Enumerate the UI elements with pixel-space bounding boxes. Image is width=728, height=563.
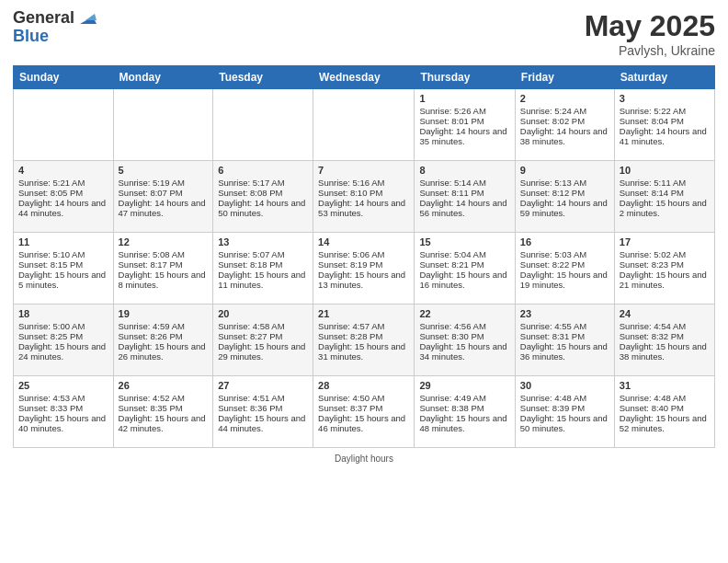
sunset-text: Sunset: 8:07 PM bbox=[119, 188, 183, 198]
sunset-text: Sunset: 8:23 PM bbox=[620, 259, 684, 270]
daylight-text: Daylight: 15 hours and 5 minutes. bbox=[18, 270, 106, 290]
sunset-text: Sunset: 8:12 PM bbox=[520, 188, 585, 198]
calendar-cell: 18Sunrise: 5:00 AMSunset: 8:25 PMDayligh… bbox=[14, 304, 114, 376]
sunrise-text: Sunrise: 5:22 AM bbox=[620, 106, 686, 116]
day-number: 21 bbox=[318, 308, 409, 319]
daylight-text: Daylight: 14 hours and 41 minutes. bbox=[620, 126, 707, 146]
day-number: 11 bbox=[18, 236, 108, 247]
calendar-cell: 22Sunrise: 4:56 AMSunset: 8:30 PMDayligh… bbox=[415, 304, 515, 376]
day-number: 31 bbox=[620, 380, 710, 391]
weekday-header-saturday: Saturday bbox=[614, 66, 714, 89]
footer: Daylight hours bbox=[13, 454, 715, 464]
sunset-text: Sunset: 8:04 PM bbox=[620, 116, 684, 126]
calendar-cell: 30Sunrise: 4:48 AMSunset: 8:39 PMDayligh… bbox=[515, 376, 614, 448]
day-number: 6 bbox=[218, 165, 308, 176]
daylight-text: Daylight: 15 hours and 50 minutes. bbox=[520, 413, 608, 433]
sunset-text: Sunset: 8:32 PM bbox=[620, 331, 684, 341]
sunset-text: Sunset: 8:27 PM bbox=[218, 331, 282, 341]
daylight-text: Daylight: 14 hours and 59 minutes. bbox=[520, 198, 608, 218]
day-number: 8 bbox=[419, 165, 509, 176]
sunset-text: Sunset: 8:25 PM bbox=[18, 331, 83, 341]
calendar-cell bbox=[313, 89, 415, 161]
calendar: SundayMondayTuesdayWednesdayThursdayFrid… bbox=[13, 65, 715, 448]
sunrise-text: Sunrise: 4:55 AM bbox=[520, 321, 586, 331]
day-number: 24 bbox=[620, 308, 710, 319]
sunset-text: Sunset: 8:11 PM bbox=[419, 188, 483, 198]
calendar-week-1: 1Sunrise: 5:26 AMSunset: 8:01 PMDaylight… bbox=[14, 89, 715, 161]
daylight-text: Daylight: 14 hours and 38 minutes. bbox=[520, 126, 608, 146]
daylight-text: Daylight: 15 hours and 21 minutes. bbox=[620, 270, 707, 290]
day-number: 16 bbox=[520, 236, 609, 247]
calendar-cell: 3Sunrise: 5:22 AMSunset: 8:04 PMDaylight… bbox=[614, 89, 714, 161]
daylight-text: Daylight: 15 hours and 34 minutes. bbox=[419, 341, 506, 362]
sunrise-text: Sunrise: 5:00 AM bbox=[18, 321, 85, 331]
weekday-header-row: SundayMondayTuesdayWednesdayThursdayFrid… bbox=[14, 66, 715, 89]
day-number: 25 bbox=[18, 380, 108, 391]
sunrise-text: Sunrise: 5:07 AM bbox=[218, 249, 284, 259]
calendar-cell: 29Sunrise: 4:49 AMSunset: 8:38 PMDayligh… bbox=[415, 376, 515, 448]
daylight-text: Daylight: 14 hours and 35 minutes. bbox=[419, 126, 506, 146]
calendar-cell: 25Sunrise: 4:53 AMSunset: 8:33 PMDayligh… bbox=[14, 376, 114, 448]
sunrise-text: Sunrise: 5:17 AM bbox=[218, 178, 284, 188]
calendar-cell: 6Sunrise: 5:17 AMSunset: 8:08 PMDaylight… bbox=[213, 161, 313, 233]
calendar-cell: 15Sunrise: 5:04 AMSunset: 8:21 PMDayligh… bbox=[415, 233, 515, 304]
calendar-cell: 1Sunrise: 5:26 AMSunset: 8:01 PMDaylight… bbox=[415, 89, 515, 161]
sunrise-text: Sunrise: 5:06 AM bbox=[318, 249, 384, 259]
calendar-cell: 28Sunrise: 4:50 AMSunset: 8:37 PMDayligh… bbox=[313, 376, 415, 448]
daylight-text: Daylight: 14 hours and 56 minutes. bbox=[419, 198, 506, 218]
sunrise-text: Sunrise: 4:57 AM bbox=[318, 321, 384, 331]
sunset-text: Sunset: 8:37 PM bbox=[318, 403, 382, 413]
weekday-header-thursday: Thursday bbox=[415, 66, 515, 89]
calendar-cell: 26Sunrise: 4:52 AMSunset: 8:35 PMDayligh… bbox=[113, 376, 213, 448]
header: General Blue May 2025 Pavlysh, Ukraine bbox=[13, 9, 715, 58]
sunrise-text: Sunrise: 5:03 AM bbox=[520, 249, 586, 259]
calendar-cell: 14Sunrise: 5:06 AMSunset: 8:19 PMDayligh… bbox=[313, 233, 415, 304]
daylight-text: Daylight: 15 hours and 2 minutes. bbox=[620, 198, 707, 218]
calendar-cell: 19Sunrise: 4:59 AMSunset: 8:26 PMDayligh… bbox=[113, 304, 213, 376]
calendar-cell: 11Sunrise: 5:10 AMSunset: 8:15 PMDayligh… bbox=[14, 233, 114, 304]
sunset-text: Sunset: 8:19 PM bbox=[318, 259, 382, 270]
sunrise-text: Sunrise: 4:48 AM bbox=[620, 393, 686, 403]
weekday-header-monday: Monday bbox=[113, 66, 213, 89]
sunset-text: Sunset: 8:17 PM bbox=[119, 259, 183, 270]
day-number: 19 bbox=[119, 308, 209, 319]
weekday-header-friday: Friday bbox=[515, 66, 614, 89]
day-number: 4 bbox=[18, 165, 108, 176]
sunrise-text: Sunrise: 4:58 AM bbox=[218, 321, 284, 331]
logo: General Blue bbox=[13, 9, 97, 46]
day-number: 20 bbox=[218, 308, 308, 319]
sunset-text: Sunset: 8:18 PM bbox=[218, 259, 282, 270]
sunset-text: Sunset: 8:28 PM bbox=[318, 331, 382, 341]
daylight-text: Daylight: 15 hours and 8 minutes. bbox=[119, 270, 206, 290]
day-number: 3 bbox=[620, 93, 710, 104]
sunrise-text: Sunrise: 5:10 AM bbox=[18, 249, 85, 259]
sunrise-text: Sunrise: 4:51 AM bbox=[218, 393, 284, 403]
sunrise-text: Sunrise: 5:19 AM bbox=[119, 178, 185, 188]
daylight-text: Daylight: 15 hours and 24 minutes. bbox=[18, 341, 106, 362]
day-number: 2 bbox=[520, 93, 609, 104]
daylight-label: Daylight hours bbox=[335, 454, 393, 464]
calendar-cell: 4Sunrise: 5:21 AMSunset: 8:05 PMDaylight… bbox=[14, 161, 114, 233]
logo-general: General bbox=[13, 9, 74, 28]
calendar-cell: 31Sunrise: 4:48 AMSunset: 8:40 PMDayligh… bbox=[614, 376, 714, 448]
daylight-text: Daylight: 15 hours and 29 minutes. bbox=[218, 341, 305, 362]
calendar-cell: 9Sunrise: 5:13 AMSunset: 8:12 PMDaylight… bbox=[515, 161, 614, 233]
sunrise-text: Sunrise: 5:04 AM bbox=[419, 249, 485, 259]
daylight-text: Daylight: 15 hours and 19 minutes. bbox=[520, 270, 608, 290]
day-number: 13 bbox=[218, 236, 308, 247]
daylight-text: Daylight: 15 hours and 42 minutes. bbox=[119, 413, 206, 433]
calendar-cell: 20Sunrise: 4:58 AMSunset: 8:27 PMDayligh… bbox=[213, 304, 313, 376]
logo-text: General Blue bbox=[13, 9, 97, 46]
day-number: 29 bbox=[419, 380, 509, 391]
daylight-text: Daylight: 14 hours and 53 minutes. bbox=[318, 198, 405, 218]
sunset-text: Sunset: 8:33 PM bbox=[18, 403, 83, 413]
title-month: May 2025 bbox=[585, 9, 715, 43]
sunset-text: Sunset: 8:22 PM bbox=[520, 259, 585, 270]
daylight-text: Daylight: 14 hours and 44 minutes. bbox=[18, 198, 106, 218]
sunset-text: Sunset: 8:21 PM bbox=[419, 259, 483, 270]
calendar-cell bbox=[213, 89, 313, 161]
calendar-cell bbox=[14, 89, 114, 161]
daylight-text: Daylight: 15 hours and 52 minutes. bbox=[620, 413, 707, 433]
daylight-text: Daylight: 14 hours and 47 minutes. bbox=[119, 198, 206, 218]
sunset-text: Sunset: 8:35 PM bbox=[119, 403, 183, 413]
